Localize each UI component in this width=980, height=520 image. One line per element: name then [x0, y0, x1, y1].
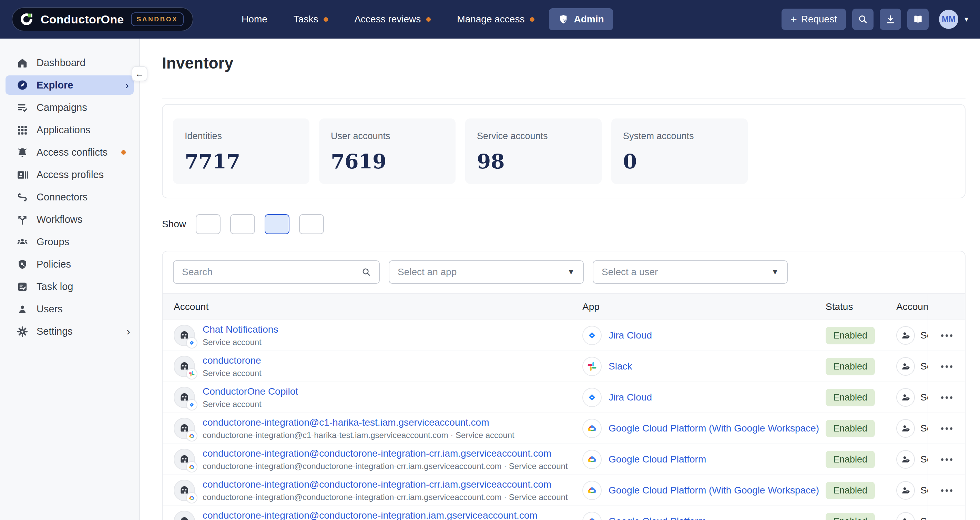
sidebar: Dashboard Explore › Campaigns Applicatio…	[0, 38, 140, 520]
table-row: ConductorOne Copilot Service account Jir…	[163, 382, 965, 413]
top-nav-home[interactable]: Home	[242, 14, 267, 25]
sidebar-item-access-conflicts[interactable]: Access conflicts	[0, 141, 139, 163]
account-subtitle: Service account	[203, 400, 298, 409]
stat-value: 98	[477, 150, 590, 173]
row-actions-button[interactable]	[928, 475, 965, 506]
status-cell: Enabled	[826, 420, 896, 438]
sidebar-item-groups[interactable]: Groups	[0, 231, 139, 253]
sidebar-item-workflows[interactable]: Workflows	[0, 208, 139, 231]
sidebar-item-policies[interactable]: Policies	[0, 253, 139, 276]
table-filter-row: Select an app ▼ Select a user ▼	[163, 251, 965, 293]
column-header-actions	[928, 294, 965, 320]
status-cell: Enabled	[826, 389, 896, 406]
app-icon	[582, 450, 601, 469]
account-link[interactable]: conductorone-integration@conductorone-in…	[203, 448, 568, 459]
show-filter-system-account[interactable]	[299, 214, 324, 234]
status-cell: Enabled	[826, 513, 896, 520]
stat-value: 7619	[331, 150, 444, 173]
app-cell: Slack	[582, 357, 826, 376]
row-actions-button[interactable]	[928, 382, 965, 412]
top-nav-tasks[interactable]: Tasks	[294, 14, 328, 25]
table-row: conductorone-integration@conductorone-in…	[163, 475, 965, 506]
stat-label: Service accounts	[477, 131, 590, 141]
account-cell: conductorone-integration@conductorone-in…	[163, 448, 582, 471]
request-button[interactable]: + Request	[781, 9, 846, 30]
table-row: conductorone-integration@c1-harika-test.…	[163, 413, 965, 444]
top-nav-manage-access[interactable]: Manage access	[457, 14, 535, 25]
search-icon	[858, 14, 869, 25]
account-subtitle: conductorone-integration@c1-harika-test.…	[203, 430, 514, 440]
book-icon	[912, 14, 923, 25]
sidebar-item-users[interactable]: Users	[0, 298, 139, 320]
app-cell: Google Cloud Platform	[582, 512, 826, 520]
app-mini-badge-icon	[186, 337, 197, 349]
app-icon	[582, 357, 601, 376]
stat-value: 7717	[185, 150, 298, 173]
chevron-right-icon: ›	[125, 79, 129, 92]
tab-bar	[162, 90, 966, 98]
app-cell: Jira Cloud	[582, 326, 826, 345]
status-cell: Enabled	[826, 482, 896, 499]
sidebar-item-access-profiles[interactable]: Access profiles	[0, 163, 139, 186]
show-filter-service-account[interactable]	[265, 214, 290, 234]
status-badge: Enabled	[826, 420, 875, 438]
app-select[interactable]: Select an app ▼	[389, 260, 584, 284]
row-actions-button[interactable]	[928, 413, 965, 444]
account-link[interactable]: conductorone-integration@c1-harika-test.…	[203, 417, 514, 428]
top-nav-access-reviews[interactable]: Access reviews	[354, 14, 431, 25]
app-link[interactable]: Jira Cloud	[609, 392, 652, 403]
user-select[interactable]: Select a user ▼	[593, 260, 788, 284]
service-user-icon	[896, 512, 915, 520]
stat-label: User accounts	[331, 131, 444, 141]
app-link[interactable]: Google Cloud Platform (With Google Works…	[609, 485, 819, 496]
docs-button[interactable]	[907, 9, 929, 30]
user-avatar[interactable]: MM	[939, 10, 958, 29]
brand-logo[interactable]: ConductorOne SANDBOX	[12, 7, 193, 31]
ellipsis-icon	[941, 489, 953, 492]
table-header: Account App Status Account type	[163, 293, 965, 320]
app-link[interactable]: Google Cloud Platform	[609, 516, 706, 520]
row-actions-button[interactable]	[928, 351, 965, 382]
sidebar-item-applications[interactable]: Applications	[0, 119, 139, 141]
download-button[interactable]	[880, 9, 901, 30]
chevron-down-icon[interactable]: ▾	[964, 15, 968, 24]
show-filter-user[interactable]	[230, 214, 255, 234]
app-mini-badge-icon	[186, 399, 197, 411]
account-link[interactable]: ConductorOne Copilot	[203, 386, 298, 397]
table-row: Chat Notifications Service account Jira …	[163, 320, 965, 351]
sidebar-item-campaigns[interactable]: Campaigns	[0, 97, 139, 119]
account-link[interactable]: conductorone-integration@conductorone-in…	[203, 479, 568, 490]
table-body: Chat Notifications Service account Jira …	[163, 320, 965, 520]
show-filter-all[interactable]	[196, 214, 221, 234]
account-type-cell: Service	[896, 512, 928, 520]
account-type-cell: Service	[896, 388, 928, 407]
row-actions-button[interactable]	[928, 320, 965, 350]
ellipsis-icon	[941, 365, 953, 368]
app-link[interactable]: Slack	[609, 361, 632, 372]
admin-button[interactable]: Admin	[549, 8, 612, 30]
row-actions-button[interactable]	[928, 506, 965, 520]
account-link[interactable]: Chat Notifications	[203, 324, 278, 335]
search-button[interactable]	[852, 9, 873, 30]
notification-dot	[530, 17, 535, 22]
app-cell: Jira Cloud	[582, 388, 826, 407]
sidebar-item-settings[interactable]: Settings ›	[0, 320, 139, 342]
account-link[interactable]: conductorone	[203, 355, 261, 366]
app-link[interactable]: Google Cloud Platform	[609, 454, 706, 465]
plus-icon: +	[791, 14, 797, 25]
app-link[interactable]: Google Cloud Platform (With Google Works…	[609, 423, 819, 434]
sidebar-collapse-button[interactable]: ←	[132, 66, 148, 81]
account-type-cell: Service	[896, 357, 928, 376]
sidebar-item-dashboard[interactable]: Dashboard	[0, 52, 139, 74]
sidebar-item-connectors[interactable]: Connectors	[0, 186, 139, 208]
sidebar-item-explore[interactable]: Explore ›	[5, 75, 134, 95]
stats-panel: Identities 7717 User accounts 7619 Servi…	[162, 104, 966, 198]
show-label: Show	[162, 219, 186, 230]
account-link[interactable]: conductorone-integration@conductorone-in…	[203, 510, 556, 520]
row-actions-button[interactable]	[928, 444, 965, 474]
search-input[interactable]	[181, 266, 361, 278]
notification-dot	[121, 150, 126, 155]
app-link[interactable]: Jira Cloud	[609, 330, 652, 341]
account-cell: conductorone-integration@conductorone-in…	[163, 510, 582, 520]
sidebar-item-task-log[interactable]: Task log	[0, 276, 139, 298]
